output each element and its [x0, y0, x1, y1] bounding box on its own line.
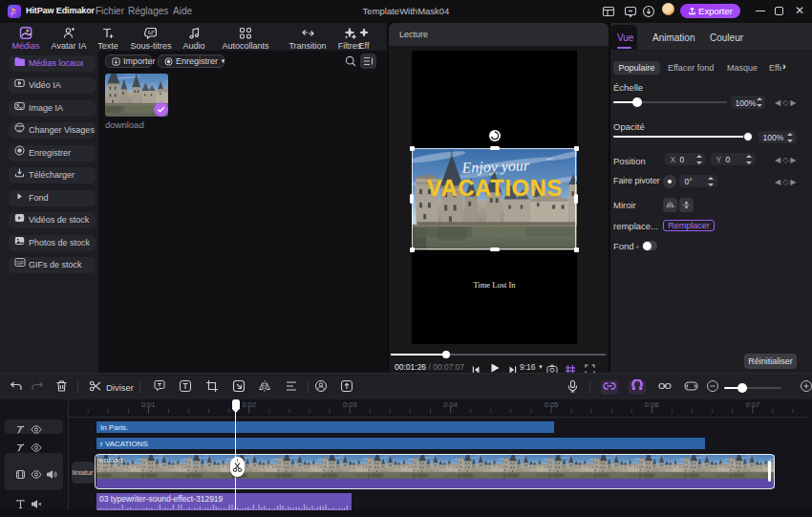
svg-text:0:06: 0:06 — [645, 400, 659, 409]
svg-text:0:01: 0:01 — [141, 400, 156, 409]
svg-text:0:04: 0:04 — [443, 400, 458, 409]
svg-text:GIF: GIF — [16, 261, 24, 266]
svg-text:0:02: 0:02 — [242, 400, 256, 409]
svg-text:0:07: 0:07 — [745, 400, 759, 409]
svg-text:0:03: 0:03 — [343, 400, 357, 409]
svg-text:0:05: 0:05 — [545, 400, 559, 409]
